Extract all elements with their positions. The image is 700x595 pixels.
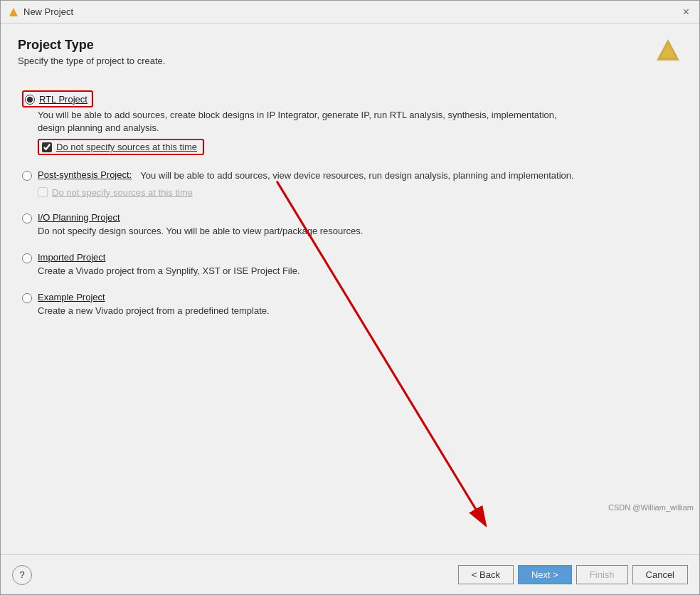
window: New Project × Project Type Specify the t… <box>0 0 700 595</box>
post-synth-radio[interactable] <box>22 171 32 181</box>
post-synth-no-sources-label: Do not specify sources at this time <box>52 187 193 198</box>
imported-label[interactable]: Imported Project <box>38 252 105 263</box>
rtl-sub-option: Do not specify sources at this time <box>38 139 678 155</box>
close-button[interactable]: × <box>680 6 692 19</box>
title-bar-left: New Project <box>8 6 73 18</box>
post-synth-row: Post-synthesis Project: You will be able… <box>22 169 678 182</box>
example-option-row: Example Project <box>22 292 678 303</box>
rtl-radio[interactable] <box>25 95 35 105</box>
window-title: New Project <box>23 6 73 17</box>
imported-option-row: Imported Project <box>22 252 678 263</box>
io-label[interactable]: I/O Planning Project <box>38 212 120 223</box>
rtl-radio-highlight: RTL Project <box>22 90 93 107</box>
rtl-option-row: RTL Project <box>22 90 678 107</box>
example-label[interactable]: Example Project <box>38 292 105 302</box>
footer-left: ? <box>12 565 32 585</box>
page-title: Project Type <box>18 38 682 53</box>
io-option-row: I/O Planning Project <box>22 212 678 223</box>
page-subtitle: Specify the type of project to create. <box>18 56 682 66</box>
footer-buttons: < Back Next > Finish Cancel <box>458 565 688 584</box>
post-synth-no-sources-checkbox <box>38 187 48 197</box>
rtl-description: You will be able to add sources, create … <box>38 109 678 135</box>
footer: ? < Back Next > Finish Cancel <box>1 554 699 594</box>
example-radio[interactable] <box>22 293 32 303</box>
content-area: Project Type Specify the type of project… <box>1 23 699 554</box>
options-area: RTL Project You will be able to add sour… <box>18 83 682 540</box>
example-description: Create a new Vivado project from a prede… <box>38 305 678 317</box>
io-description: Do not specify design sources. You will … <box>38 225 678 238</box>
cancel-button[interactable]: Cancel <box>632 565 688 584</box>
io-radio[interactable] <box>22 214 32 223</box>
imported-radio[interactable] <box>22 253 32 263</box>
help-button[interactable]: ? <box>12 565 32 585</box>
back-button[interactable]: < Back <box>458 565 514 584</box>
rtl-project-option: RTL Project You will be able to add sour… <box>18 83 682 162</box>
rtl-label[interactable]: RTL Project <box>39 94 88 105</box>
example-project-option: Example Project Create a new Vivado proj… <box>18 285 682 325</box>
vivado-logo <box>654 36 682 65</box>
imported-project-option: Imported Project Create a Vivado project… <box>18 245 682 285</box>
checkbox-highlight: Do not specify sources at this time <box>38 139 204 155</box>
io-project-option: I/O Planning Project Do not specify desi… <box>18 205 682 245</box>
vivado-title-icon <box>8 6 19 18</box>
finish-button: Finish <box>576 565 628 584</box>
title-bar: New Project × <box>1 1 699 23</box>
rtl-no-sources-checkbox[interactable] <box>42 142 52 152</box>
post-synth-label[interactable]: Post-synthesis Project: <box>38 169 132 180</box>
rtl-no-sources-label[interactable]: Do not specify sources at this time <box>56 142 197 152</box>
next-button[interactable]: Next > <box>518 565 572 584</box>
post-synth-inline-desc: You will be able to add sources, view de… <box>140 169 573 182</box>
post-synth-option: Post-synthesis Project: You will be able… <box>18 162 682 204</box>
svg-marker-0 <box>9 8 18 16</box>
imported-description: Create a Vivado project from a Synplify,… <box>38 265 678 278</box>
post-synth-sub-option: Do not specify sources at this time <box>38 187 678 198</box>
